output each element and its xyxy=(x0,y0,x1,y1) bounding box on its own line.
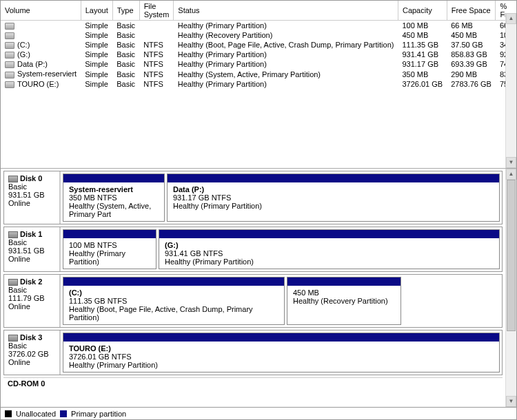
column-header[interactable]: File System xyxy=(139,1,174,21)
partition[interactable]: TOURO (E:)3726.01 GB NTFSHealthy (Primar… xyxy=(63,333,500,372)
scroll-thumb[interactable] xyxy=(507,180,516,331)
primary-swatch xyxy=(60,410,67,417)
volume-row[interactable]: TOURO (E:)SimpleBasicNTFSHealthy (Primar… xyxy=(1,79,516,89)
unallocated-swatch xyxy=(5,410,12,417)
disk-graphical-pane: Disk 0Basic931.51 GBOnlineSystem-reservi… xyxy=(1,169,516,407)
top-scrollbar[interactable] xyxy=(505,13,516,168)
partition[interactable]: (C:)111.35 GB NTFSHealthy (Boot, Page Fi… xyxy=(63,277,285,325)
volume-icon xyxy=(5,52,14,59)
volume-row[interactable]: (C:)SimpleBasicNTFSHealthy (Boot, Page F… xyxy=(1,40,516,50)
partition-bar xyxy=(63,230,156,238)
disk-icon xyxy=(8,176,18,182)
scroll-down-icon[interactable] xyxy=(506,157,516,168)
partition-bar xyxy=(63,277,284,286)
partition[interactable]: 450 MBHealthy (Recovery Partition) xyxy=(287,277,401,325)
partition-bar xyxy=(168,174,499,182)
partition[interactable]: 100 MB NTFSHealthy (Primary Partition) xyxy=(63,229,156,269)
volume-icon xyxy=(5,61,14,68)
column-header[interactable]: Layout xyxy=(81,1,112,21)
legend-bar: Unallocated Primary partition xyxy=(1,407,516,419)
cdrom-row[interactable]: CD-ROM 0 xyxy=(3,377,503,389)
partition-bar xyxy=(159,230,499,238)
partition[interactable]: Data (P:)931.17 GB NTFSHealthy (Primary … xyxy=(167,174,500,222)
disk-icon xyxy=(8,335,18,342)
disk-label[interactable]: Disk 0Basic931.51 GBOnline xyxy=(4,171,61,224)
scroll-down-icon[interactable] xyxy=(506,396,516,407)
volume-icon xyxy=(5,81,14,88)
disk-row: Disk 2Basic111.79 GBOnline (C:)111.35 GB… xyxy=(3,274,503,328)
disk-row: Disk 0Basic931.51 GBOnlineSystem-reservi… xyxy=(3,171,503,224)
partition[interactable]: System-reserviert350 MB NTFSHealthy (Sys… xyxy=(63,174,165,222)
disk-icon xyxy=(8,279,18,286)
disk-label[interactable]: Disk 1Basic931.51 GBOnline xyxy=(4,227,61,271)
column-header[interactable]: Status xyxy=(174,1,398,21)
volume-table[interactable]: VolumeLayoutTypeFile SystemStatusCapacit… xyxy=(1,1,516,89)
scroll-up-icon[interactable] xyxy=(506,169,516,180)
scroll-up-icon[interactable] xyxy=(506,13,516,24)
column-header[interactable]: Capacity xyxy=(398,1,447,21)
volume-icon xyxy=(5,42,14,49)
legend-primary: Primary partition xyxy=(71,410,126,418)
volume-icon xyxy=(5,32,14,39)
disk-label[interactable]: Disk 2Basic111.79 GBOnline xyxy=(4,275,61,327)
volume-icon xyxy=(5,72,14,78)
disk-label[interactable]: Disk 3Basic3726.02 GBOnline xyxy=(4,330,61,375)
column-header[interactable]: Type xyxy=(112,1,139,21)
volume-row[interactable]: (G:)SimpleBasicNTFSHealthy (Primary Part… xyxy=(1,50,516,59)
volume-row[interactable]: SimpleBasicHealthy (Recovery Partition)4… xyxy=(1,30,516,40)
volume-row[interactable]: Data (P:)SimpleBasicNTFSHealthy (Primary… xyxy=(1,59,516,69)
volume-row[interactable]: SimpleBasicHealthy (Primary Partition)10… xyxy=(1,21,516,31)
bottom-scrollbar[interactable] xyxy=(505,169,516,407)
disk-row: Disk 1Basic931.51 GBOnline100 MB NTFSHea… xyxy=(3,227,503,272)
disk-row: Disk 3Basic3726.02 GBOnlineTOURO (E:)372… xyxy=(3,330,503,375)
partition[interactable]: (G:)931.41 GB NTFSHealthy (Primary Parti… xyxy=(159,229,500,269)
volume-list-pane: VolumeLayoutTypeFile SystemStatusCapacit… xyxy=(1,1,516,169)
column-header[interactable]: Free Space xyxy=(447,1,496,21)
partition-bar xyxy=(63,333,499,342)
volume-icon xyxy=(5,23,14,30)
legend-unallocated: Unallocated xyxy=(16,410,56,418)
partition-bar xyxy=(287,277,401,286)
disk-icon xyxy=(8,231,18,238)
partition-bar xyxy=(63,174,164,182)
volume-row[interactable]: System-reserviertSimpleBasicNTFSHealthy … xyxy=(1,69,516,78)
column-header[interactable]: Volume xyxy=(1,1,81,21)
